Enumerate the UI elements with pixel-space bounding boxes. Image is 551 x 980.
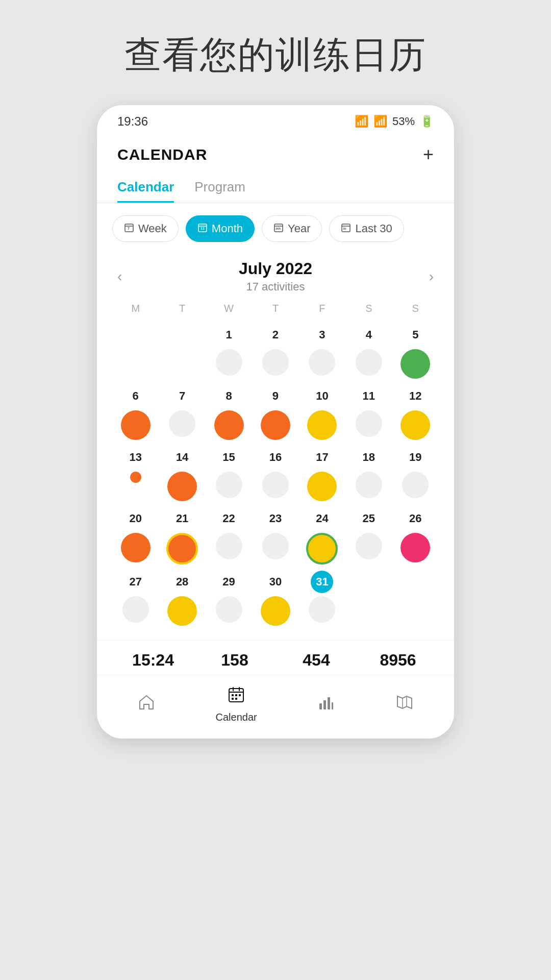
nav-calendar[interactable]: Calendar (216, 685, 257, 723)
month-title: July 2022 17 activities (239, 259, 312, 293)
month-label: Month (212, 222, 243, 235)
stat-8956: 8956 (357, 651, 439, 670)
svg-rect-23 (328, 697, 330, 709)
cal-day-30[interactable]: 30 (252, 569, 298, 628)
stat-time-value: 15:24 (112, 651, 194, 670)
stat-8956-value: 8956 (357, 651, 439, 670)
year-icon: 365 (273, 223, 284, 235)
svg-text:12: 12 (201, 227, 205, 230)
cal-day-11[interactable]: 11 (345, 383, 392, 442)
prev-month-button[interactable]: ‹ (117, 268, 122, 285)
phone-frame: 19:36 📶 📶 53% 🔋 CALENDAR + Calendar Prog… (97, 105, 454, 739)
svg-text:365: 365 (276, 227, 281, 230)
week-icon: 7 (124, 223, 134, 235)
nav-stats[interactable] (317, 693, 335, 716)
header-thu: T (252, 299, 298, 318)
cal-day-19[interactable]: 19 (392, 444, 439, 503)
bottom-nav: Calendar (97, 675, 454, 739)
stats-row: 15:24 158 454 8956 (97, 640, 454, 675)
svg-text:7: 7 (128, 227, 130, 230)
cal-day-24[interactable]: 24 (299, 505, 345, 567)
header-sun: S (392, 299, 439, 318)
app-header: CALENDAR + (97, 134, 454, 173)
last30-label: Last 30 (355, 222, 392, 235)
cal-day-14[interactable]: 14 (159, 444, 205, 503)
cal-day-3[interactable]: 3 (299, 322, 345, 381)
header-mon: M (112, 299, 159, 318)
month-nav: ‹ July 2022 17 activities › (112, 259, 439, 293)
stat-158-value: 158 (194, 651, 276, 670)
calendar-section: ‹ July 2022 17 activities › M T W T F S … (97, 254, 454, 640)
week-label: Week (138, 222, 167, 235)
battery-icon: 🔋 (420, 115, 434, 128)
cal-day-21[interactable]: 21 (159, 505, 205, 567)
month-icon: 12 (197, 223, 208, 235)
header-fri: F (299, 299, 345, 318)
tab-bar: Calendar Program (97, 173, 454, 203)
cal-day-16[interactable]: 16 (252, 444, 298, 503)
cal-day-12[interactable]: 12 (392, 383, 439, 442)
cal-day-18[interactable]: 18 (345, 444, 392, 503)
svg-text:30: 30 (343, 227, 346, 230)
svg-rect-22 (323, 700, 326, 709)
next-month-button[interactable]: › (429, 268, 434, 285)
cal-day-2[interactable]: 2 (252, 322, 298, 381)
week-2: 6 7 8 9 10 11 12 (112, 383, 439, 442)
battery-text: 53% (392, 115, 415, 128)
calendar-header-row: M T W T F S S (112, 299, 439, 318)
header-sat: S (345, 299, 392, 318)
nav-map[interactable] (395, 693, 414, 716)
year-view-button[interactable]: 365 Year (262, 215, 322, 242)
month-view-button[interactable]: 12 Month (186, 215, 255, 242)
stat-time: 15:24 (112, 651, 194, 670)
cal-day-1[interactable]: 1 (206, 322, 252, 381)
cal-day-20[interactable]: 20 (112, 505, 159, 567)
svg-marker-25 (397, 696, 412, 708)
cal-day-26[interactable]: 26 (392, 505, 439, 567)
year-label: Year (288, 222, 310, 235)
last30-view-button[interactable]: 30 Last 30 (329, 215, 404, 242)
cal-day-27[interactable]: 27 (112, 569, 159, 628)
tab-program[interactable]: Program (194, 173, 245, 203)
stats-icon (317, 693, 335, 716)
week-5: 27 28 29 30 31 (112, 569, 439, 628)
cal-day-25[interactable]: 25 (345, 505, 392, 567)
svg-rect-18 (239, 694, 241, 696)
cal-day-5[interactable]: 5 (392, 322, 439, 381)
activity-count: 17 activities (239, 280, 312, 293)
cal-day-10[interactable]: 10 (299, 383, 345, 442)
last30-icon: 30 (341, 223, 351, 235)
status-time: 19:36 (117, 114, 148, 129)
cal-day-6[interactable]: 6 (112, 383, 159, 442)
cal-day-9[interactable]: 9 (252, 383, 298, 442)
svg-rect-24 (332, 702, 333, 709)
add-button[interactable]: + (423, 144, 434, 165)
week-view-button[interactable]: 7 Week (112, 215, 179, 242)
nav-home[interactable] (137, 693, 156, 716)
status-bar: 19:36 📶 📶 53% 🔋 (97, 105, 454, 134)
cal-day-29[interactable]: 29 (206, 569, 252, 628)
cal-day-8[interactable]: 8 (206, 383, 252, 442)
cal-day-15[interactable]: 15 (206, 444, 252, 503)
cal-day-13[interactable]: 13 (112, 444, 159, 503)
cal-day-7[interactable]: 7 (159, 383, 205, 442)
calendar-icon (227, 685, 245, 708)
cal-day-23[interactable]: 23 (252, 505, 298, 567)
stat-454-value: 454 (276, 651, 357, 670)
tab-calendar[interactable]: Calendar (117, 173, 174, 203)
cal-day-22[interactable]: 22 (206, 505, 252, 567)
cal-day-31[interactable]: 31 (299, 569, 345, 628)
svg-rect-21 (319, 703, 322, 709)
wifi-icon: 📶 (355, 115, 368, 128)
cal-day-17[interactable]: 17 (299, 444, 345, 503)
cal-day-4[interactable]: 4 (345, 322, 392, 381)
view-selector: 7 Week 12 Month (97, 203, 454, 254)
stat-158: 158 (194, 651, 276, 670)
svg-rect-16 (232, 694, 234, 696)
app-title: CALENDAR (117, 146, 207, 163)
stat-454: 454 (276, 651, 357, 670)
cal-day-28[interactable]: 28 (159, 569, 205, 628)
map-icon (395, 693, 414, 716)
header-tue: T (159, 299, 205, 318)
status-icons: 📶 📶 53% 🔋 (355, 115, 434, 128)
